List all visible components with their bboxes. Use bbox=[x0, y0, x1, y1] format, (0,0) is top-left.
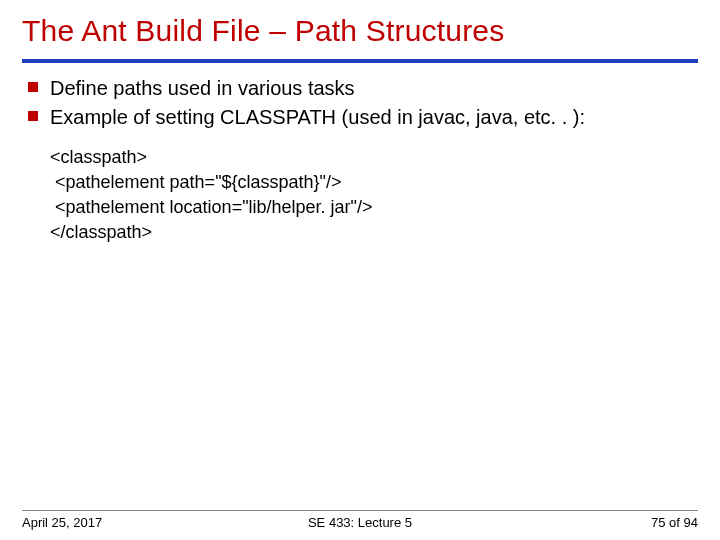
code-line: <classpath> bbox=[50, 147, 147, 167]
code-line: <pathelement location="lib/helper. jar"/… bbox=[50, 197, 373, 217]
code-line: </classpath> bbox=[50, 222, 152, 242]
footer-row: April 25, 2017 SE 433: Lecture 5 75 of 9… bbox=[22, 515, 698, 530]
bullet-square-icon bbox=[28, 111, 38, 121]
bullet-square-icon bbox=[28, 82, 38, 92]
slide-title: The Ant Build File – Path Structures bbox=[22, 14, 698, 49]
footer: April 25, 2017 SE 433: Lecture 5 75 of 9… bbox=[0, 510, 720, 530]
bullet-text: Example of setting CLASSPATH (used in ja… bbox=[50, 106, 585, 128]
footer-date: April 25, 2017 bbox=[22, 515, 247, 530]
bullet-item: Define paths used in various tasks bbox=[26, 75, 698, 102]
code-line: <pathelement path="${classpath}"/> bbox=[50, 172, 342, 192]
code-block: <classpath> <pathelement path="${classpa… bbox=[22, 145, 698, 246]
footer-course: SE 433: Lecture 5 bbox=[247, 515, 472, 530]
footer-rule bbox=[22, 510, 698, 511]
bullet-list: Define paths used in various tasks Examp… bbox=[22, 75, 698, 131]
footer-page: 75 of 94 bbox=[473, 515, 698, 530]
slide: The Ant Build File – Path Structures Def… bbox=[0, 0, 720, 540]
bullet-item: Example of setting CLASSPATH (used in ja… bbox=[26, 104, 698, 131]
title-underline bbox=[22, 59, 698, 63]
bullet-text: Define paths used in various tasks bbox=[50, 77, 355, 99]
